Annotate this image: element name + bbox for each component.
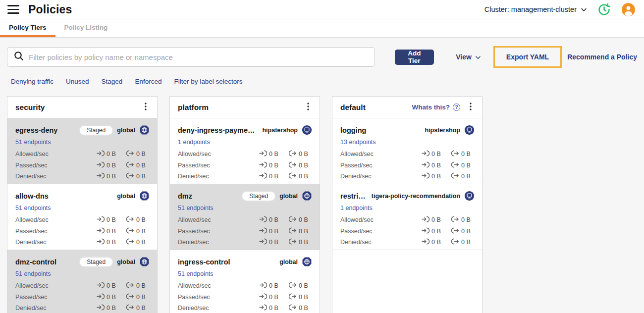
metric-label: Allowed/sec xyxy=(15,151,97,157)
endpoints-link[interactable]: 51 endpoints xyxy=(15,270,51,277)
policy-card[interactable]: restrictedtigera-policy-recommendation1 … xyxy=(332,184,482,250)
cluster-selector[interactable]: Cluster: management-cluster xyxy=(484,5,587,13)
metric-label: Allowed/sec xyxy=(15,282,97,289)
policy-card[interactable]: allow-dnsglobal51 endpointsAllowed/sec0 … xyxy=(7,184,157,250)
outbound-value: 0 B xyxy=(299,162,308,169)
outbound-value: 0 B xyxy=(299,305,308,312)
metric-row: Allowed/sec0 B0 B xyxy=(178,149,312,160)
metric-label: Passed/sec xyxy=(178,162,259,169)
outbound-value: 0 B xyxy=(299,173,308,180)
tier-column-security: securityegress-denyStagedglobal51 endpoi… xyxy=(7,96,158,313)
inbound-traffic-icon xyxy=(97,172,105,180)
metric-label: Passed/sec xyxy=(178,228,259,235)
metric-row: Allowed/sec0 B0 B xyxy=(178,214,312,226)
metric-row: Denied/sec0 B0 B xyxy=(15,303,150,313)
policy-scope-label: global xyxy=(117,259,135,265)
metric-label: Passed/sec xyxy=(340,162,422,169)
top-bar: Policies Cluster: management-cluster xyxy=(0,0,644,19)
policy-scope-label: global xyxy=(279,259,298,265)
policy-name: deny-ingress-paymentservi… xyxy=(178,126,258,134)
user-avatar[interactable] xyxy=(622,3,635,16)
endpoints-link[interactable]: 13 endpoints xyxy=(340,139,376,146)
tier-name: security xyxy=(15,103,139,112)
inbound-value: 0 B xyxy=(107,239,116,246)
outbound-traffic-icon xyxy=(126,304,134,312)
inbound-value: 0 B xyxy=(269,305,278,312)
outbound-value: 0 B xyxy=(136,239,146,246)
outbound-value: 0 B xyxy=(461,216,471,223)
tab-policy-listing[interactable]: Policy Listing xyxy=(55,19,117,37)
globe-icon xyxy=(302,257,312,267)
namespace-icon xyxy=(464,191,475,201)
metric-row: Denied/sec0 B0 B xyxy=(178,303,312,313)
inbound-traffic-icon xyxy=(259,304,267,312)
inbound-value: 0 B xyxy=(269,294,278,301)
policy-card[interactable]: deny-ingress-paymentservi…hipstershop1 e… xyxy=(170,118,320,184)
filter-unused[interactable]: Unused xyxy=(66,78,89,85)
metric-label: Denied/sec xyxy=(178,173,259,180)
tier-menu-button[interactable] xyxy=(302,101,315,114)
recommend-policy-button[interactable]: Recommend a Policy xyxy=(567,53,637,61)
policy-scope-label: global xyxy=(117,193,135,200)
inbound-value: 0 B xyxy=(431,162,441,169)
outbound-value: 0 B xyxy=(136,305,146,312)
inbound-value: 0 B xyxy=(107,216,116,223)
policy-card[interactable]: dmzStagedglobal51 endpointsAllowed/sec0 … xyxy=(170,184,320,250)
whats-this-link[interactable]: Whats this?? xyxy=(412,104,461,111)
metric-label: Denied/sec xyxy=(178,239,259,246)
inbound-value: 0 B xyxy=(431,239,441,246)
filter-denying-traffic[interactable]: Denying traffic xyxy=(11,78,54,85)
outbound-value: 0 B xyxy=(299,282,308,289)
quick-filters: Denying traffic Unused Staged Enforced F… xyxy=(11,78,644,85)
add-tier-button[interactable]: Add Tier xyxy=(395,50,434,65)
tier-header: defaultWhats this?? xyxy=(332,97,482,118)
view-dropdown[interactable]: View xyxy=(456,53,481,61)
chevron-down-icon xyxy=(581,5,587,13)
endpoints-link[interactable]: 1 endpoints xyxy=(178,139,210,146)
outbound-traffic-icon xyxy=(289,238,297,246)
endpoints-link[interactable]: 51 endpoints xyxy=(178,270,214,277)
outbound-value: 0 B xyxy=(299,151,308,157)
tier-menu-button[interactable] xyxy=(464,101,477,114)
tier-header: platform xyxy=(170,97,320,118)
metric-row: Denied/sec0 B0 B xyxy=(340,171,475,182)
endpoints-link[interactable]: 51 endpoints xyxy=(15,139,51,146)
policy-search-box[interactable] xyxy=(7,47,375,67)
endpoints-link[interactable]: 51 endpoints xyxy=(15,205,51,211)
inbound-traffic-icon xyxy=(259,216,267,224)
tier-menu-button[interactable] xyxy=(139,101,152,114)
policy-card[interactable]: egress-denyStagedglobal51 endpointsAllow… xyxy=(7,118,157,184)
policy-name: ingress-control xyxy=(178,258,275,266)
inbound-traffic-icon xyxy=(259,282,267,290)
tab-policy-tiers[interactable]: Policy Tiers xyxy=(0,19,55,37)
outbound-value: 0 B xyxy=(136,228,146,235)
metric-label: Passed/sec xyxy=(15,162,97,169)
toolbar: Add Tier View Export YAML Recommend a Po… xyxy=(7,46,637,68)
inbound-value: 0 B xyxy=(431,151,441,157)
metric-label: Allowed/sec xyxy=(178,151,259,157)
policy-card[interactable]: ingress-controlglobal51 endpointsAllowed… xyxy=(170,250,320,313)
endpoints-link[interactable]: 51 endpoints xyxy=(178,205,214,211)
endpoints-link[interactable]: 1 endpoints xyxy=(340,205,373,211)
inbound-value: 0 B xyxy=(107,282,116,289)
filter-staged[interactable]: Staged xyxy=(102,78,123,85)
history-icon[interactable] xyxy=(597,3,611,16)
metric-label: Allowed/sec xyxy=(178,282,259,289)
filter-enforced[interactable]: Enforced xyxy=(135,78,161,85)
outbound-traffic-icon xyxy=(289,216,297,224)
search-input[interactable] xyxy=(29,53,369,61)
metric-label: Allowed/sec xyxy=(178,216,259,223)
metric-row: Passed/sec0 B0 B xyxy=(340,226,475,237)
hamburger-menu-icon[interactable] xyxy=(7,5,19,14)
outbound-value: 0 B xyxy=(299,294,308,301)
policy-scope-label: tigera-policy-recommendation xyxy=(372,193,460,200)
inbound-traffic-icon xyxy=(97,293,105,301)
outbound-traffic-icon xyxy=(126,216,134,224)
filter-by-label-selectors[interactable]: Filter by label selectors xyxy=(174,78,242,85)
metric-label: Denied/sec xyxy=(340,239,422,246)
inbound-value: 0 B xyxy=(431,216,441,223)
namespace-icon xyxy=(302,125,312,135)
export-yaml-button[interactable]: Export YAML xyxy=(506,53,549,61)
policy-card[interactable]: logginghipstershop13 endpointsAllowed/se… xyxy=(332,118,482,184)
policy-card[interactable]: dmz-controlStagedglobal51 endpointsAllow… xyxy=(7,250,157,313)
